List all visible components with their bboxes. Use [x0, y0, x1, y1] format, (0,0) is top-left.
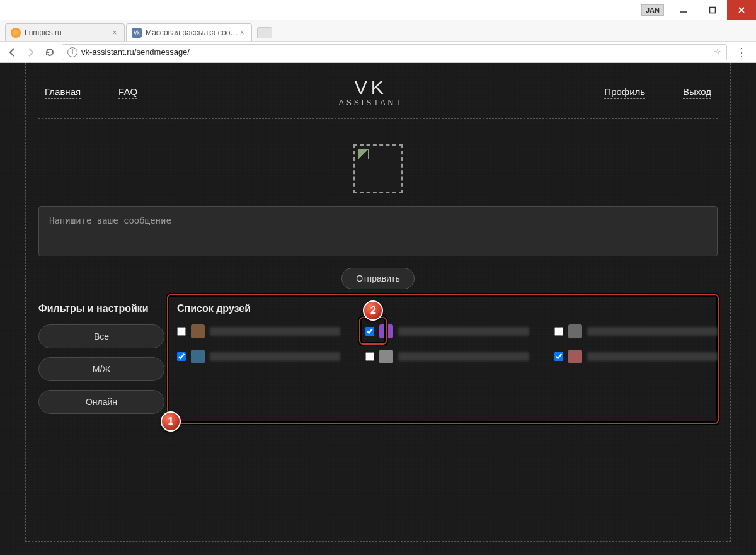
- logo-title: VK: [339, 78, 403, 97]
- tab-close-icon[interactable]: ×: [238, 28, 246, 37]
- nav-home[interactable]: Главная: [45, 86, 81, 99]
- send-button[interactable]: Отправить: [341, 268, 414, 289]
- avatar: [568, 324, 582, 338]
- avatar: [379, 324, 393, 338]
- friend-name: [587, 327, 718, 336]
- site-logo: VK ASSISTANT: [339, 78, 403, 107]
- site-info-icon[interactable]: i: [67, 47, 77, 57]
- friend-name: [210, 352, 340, 361]
- window-minimize-button[interactable]: [669, 0, 698, 20]
- tab-title: Lumpics.ru: [25, 28, 110, 37]
- friend-item[interactable]: [177, 350, 340, 363]
- filter-online-button[interactable]: Онлайн: [38, 390, 164, 414]
- filters-heading: Фильтры и настройки: [38, 303, 177, 314]
- svg-rect-0: [710, 7, 716, 13]
- friend-name: [398, 352, 529, 361]
- friend-name: [587, 352, 718, 361]
- page-content: Главная FAQ VK ASSISTANT Профиль Выход О…: [0, 63, 756, 555]
- profile-avatar-placeholder[interactable]: [353, 144, 403, 193]
- friend-checkbox[interactable]: [365, 327, 374, 336]
- window-close-button[interactable]: [727, 0, 756, 20]
- avatar: [568, 350, 582, 363]
- avatar: [191, 350, 205, 363]
- browser-menu-icon[interactable]: ⋮: [732, 45, 751, 59]
- window-maximize-button[interactable]: [698, 0, 727, 20]
- nav-faq[interactable]: FAQ: [118, 86, 137, 99]
- friend-item[interactable]: [177, 324, 340, 338]
- filter-all-button[interactable]: Все: [38, 324, 164, 348]
- window-titlebar: JAN: [0, 0, 756, 20]
- friends-panel: 1 Список друзей 2: [177, 303, 718, 423]
- nav-profile[interactable]: Профиль: [604, 86, 645, 99]
- friend-name: [210, 327, 340, 336]
- nav-logout[interactable]: Выход: [683, 86, 711, 99]
- filter-gender-button[interactable]: М/Ж: [38, 357, 164, 381]
- browser-tabs: Lumpics.ru × vk Массовая рассылка соо… ×: [0, 20, 756, 42]
- friends-heading: Список друзей: [177, 303, 718, 314]
- address-bar: i vk-assistant.ru/sendmessage/ ☆ ⋮: [0, 42, 756, 63]
- broken-image-icon: [358, 149, 369, 159]
- friends-grid: 2: [177, 324, 718, 363]
- friend-checkbox[interactable]: [554, 327, 563, 336]
- new-tab-button[interactable]: [257, 27, 272, 38]
- top-nav: Главная FAQ VK ASSISTANT Профиль Выход: [38, 69, 718, 119]
- friend-item[interactable]: [554, 350, 718, 363]
- browser-tab-lumpics[interactable]: Lumpics.ru ×: [5, 23, 125, 41]
- main-container: Главная FAQ VK ASSISTANT Профиль Выход О…: [25, 63, 731, 542]
- favicon-icon: [11, 28, 21, 38]
- friend-checkbox[interactable]: [177, 352, 186, 361]
- lang-badge: JAN: [641, 4, 664, 16]
- friend-checkbox[interactable]: [365, 352, 374, 361]
- friend-name: [398, 327, 529, 336]
- tab-close-icon[interactable]: ×: [110, 28, 119, 37]
- bookmark-star-icon[interactable]: ☆: [714, 47, 721, 57]
- favicon-icon: vk: [132, 28, 142, 38]
- forward-button: [24, 45, 38, 59]
- url-text: vk-assistant.ru/sendmessage/: [81, 47, 190, 57]
- avatar: [191, 324, 205, 338]
- friend-item[interactable]: 2: [365, 324, 529, 338]
- filters-panel: Фильтры и настройки Все М/Ж Онлайн: [38, 303, 177, 423]
- friend-item[interactable]: [365, 350, 529, 363]
- url-input[interactable]: i vk-assistant.ru/sendmessage/ ☆: [62, 44, 727, 60]
- reload-button[interactable]: [43, 45, 57, 59]
- avatar: [379, 350, 393, 363]
- friend-checkbox[interactable]: [177, 327, 186, 336]
- logo-subtitle: ASSISTANT: [339, 98, 403, 107]
- friend-item[interactable]: [554, 324, 718, 338]
- tab-title: Массовая рассылка соо…: [146, 28, 238, 37]
- back-button[interactable]: [5, 45, 19, 59]
- message-input[interactable]: [38, 206, 718, 256]
- friend-checkbox[interactable]: [554, 352, 563, 361]
- browser-tab-vk-assistant[interactable]: vk Массовая рассылка соо… ×: [126, 23, 252, 41]
